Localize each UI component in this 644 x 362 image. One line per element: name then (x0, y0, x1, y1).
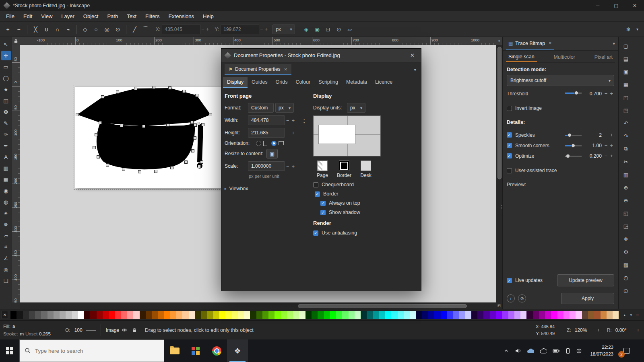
color-swatch[interactable] (158, 311, 164, 319)
ellipse-tool[interactable]: ◯ (1, 73, 11, 83)
color-swatch[interactable] (490, 311, 496, 319)
color-swatch[interactable] (404, 311, 410, 319)
color-swatch[interactable] (459, 311, 465, 319)
color-swatch[interactable] (355, 311, 361, 319)
snap-icon[interactable]: ❖ (621, 234, 631, 244)
color-swatch[interactable] (539, 311, 545, 319)
color-swatch[interactable] (453, 311, 459, 319)
rectangle-tool[interactable]: ▭ (1, 62, 11, 72)
maximize-button[interactable]: ▢ (607, 0, 625, 11)
y-coordinate-input[interactable]: 199.672 (221, 25, 259, 34)
menu-layer[interactable]: Layer (57, 11, 79, 21)
color-swatch[interactable] (293, 311, 299, 319)
color-swatch[interactable] (441, 311, 447, 319)
rotation-control[interactable]: R: 0.00° − + (607, 327, 641, 333)
color-swatch[interactable] (176, 311, 182, 319)
start-button[interactable] (0, 339, 19, 362)
pencil-tool[interactable]: ✎ (1, 118, 11, 128)
threshold-value[interactable]: 0.700 (583, 91, 602, 97)
color-swatch[interactable] (398, 311, 404, 319)
color-swatch[interactable] (601, 311, 607, 319)
toolbar-overflow-icon[interactable]: ▾ (636, 27, 638, 31)
edit-mask-icon[interactable]: ◉ (312, 24, 322, 34)
color-swatch[interactable] (594, 311, 600, 319)
color-managed-view-icon[interactable]: ◩ (496, 302, 502, 309)
document-properties-tab[interactable]: ⚑ Document Properties ✕ (225, 64, 291, 75)
new-document-icon[interactable]: ▢ (621, 41, 631, 51)
desk-color-button[interactable] (361, 160, 371, 171)
color-swatch[interactable] (146, 311, 152, 319)
decrement-button[interactable]: − (605, 142, 608, 148)
live-updates-checkbox[interactable]: ✓ (507, 278, 512, 283)
scale-input[interactable]: 1.000000 (248, 161, 285, 171)
x-increment-button[interactable]: + (206, 26, 209, 32)
color-swatch[interactable] (219, 311, 225, 319)
color-swatch[interactable] (287, 311, 293, 319)
star-tool[interactable]: ★ (1, 84, 11, 94)
invert-image-checkbox[interactable]: ✓ (507, 106, 512, 111)
slider[interactable] (565, 90, 582, 95)
color-swatch[interactable] (416, 311, 422, 319)
color-swatch[interactable] (97, 311, 103, 319)
color-swatch[interactable] (379, 311, 385, 319)
color-swatch[interactable] (570, 311, 576, 319)
color-swatch[interactable] (140, 311, 146, 319)
detail-value[interactable]: 1.00 (583, 143, 602, 148)
dialog-tab-metadata[interactable]: Metadata (342, 77, 371, 88)
color-swatch[interactable] (564, 311, 570, 319)
slider-knob[interactable] (568, 133, 572, 137)
color-swatch[interactable] (35, 311, 41, 319)
decrement-button[interactable]: − (605, 153, 608, 159)
show-hidden-icons[interactable] (504, 348, 509, 354)
dialog-tab-guides[interactable]: Guides (248, 77, 272, 88)
no-color-swatch[interactable]: ✕ (2, 311, 8, 319)
rotation-decrement-button[interactable]: − (630, 327, 633, 333)
panel-menu-icon[interactable]: ▾ (613, 41, 615, 46)
color-swatch[interactable] (90, 311, 96, 319)
phone-link-icon[interactable] (566, 348, 570, 354)
color-swatch[interactable] (238, 311, 244, 319)
sticky-zoom-icon[interactable]: ⌖ (496, 37, 502, 45)
page-color-button[interactable] (317, 160, 328, 171)
color-swatch[interactable] (342, 311, 348, 319)
dialog-tab-colour[interactable]: Colour (291, 77, 314, 88)
color-swatch[interactable] (582, 311, 588, 319)
border-color-button[interactable] (339, 160, 349, 171)
selected-object-type[interactable]: Image (106, 327, 119, 333)
x-decrement-button[interactable]: − (201, 26, 204, 32)
auto-smooth-node-icon[interactable]: ⊙ (113, 24, 123, 34)
color-swatch[interactable] (428, 311, 434, 319)
detection-mode-dropdown[interactable]: Brightness cutoff ▾ (507, 75, 614, 86)
color-swatch[interactable] (514, 311, 520, 319)
color-swatch[interactable] (447, 311, 453, 319)
close-button[interactable]: ✕ (625, 0, 644, 11)
taskbar-app-grid[interactable] (185, 339, 206, 362)
color-swatch[interactable] (336, 311, 342, 319)
color-swatch[interactable] (84, 311, 90, 319)
color-swatch[interactable] (47, 311, 54, 319)
export-icon[interactable]: ◳ (621, 105, 631, 115)
break-path-icon[interactable]: ╳ (31, 24, 41, 34)
show-bezier-handles-icon[interactable]: ⊙ (334, 24, 344, 34)
color-swatch[interactable] (213, 311, 219, 319)
y-decrement-button[interactable]: − (260, 26, 263, 32)
increment-button[interactable]: + (610, 142, 613, 148)
decrement-button[interactable]: − (605, 132, 608, 138)
color-swatch[interactable] (164, 311, 170, 319)
color-swatch[interactable] (361, 311, 367, 319)
color-swatch[interactable] (29, 311, 35, 319)
menu-view[interactable]: View (37, 11, 57, 21)
calligraphy-tool[interactable]: ✒ (1, 141, 11, 150)
color-swatch[interactable] (367, 311, 373, 319)
color-swatch[interactable] (349, 311, 355, 319)
corner-node-icon[interactable]: ◇ (80, 24, 90, 34)
delete-node-icon[interactable]: − (14, 24, 24, 34)
color-swatch[interactable] (545, 311, 551, 319)
height-increment-button[interactable]: + (292, 130, 295, 136)
vertical-scrollbar-thumb[interactable] (497, 47, 502, 179)
color-swatch[interactable] (305, 311, 312, 319)
color-swatch[interactable] (477, 311, 483, 319)
color-swatch[interactable] (324, 311, 330, 319)
objects-icon[interactable]: ◴ (621, 273, 631, 282)
menu-extensions[interactable]: Extensions (164, 11, 198, 21)
